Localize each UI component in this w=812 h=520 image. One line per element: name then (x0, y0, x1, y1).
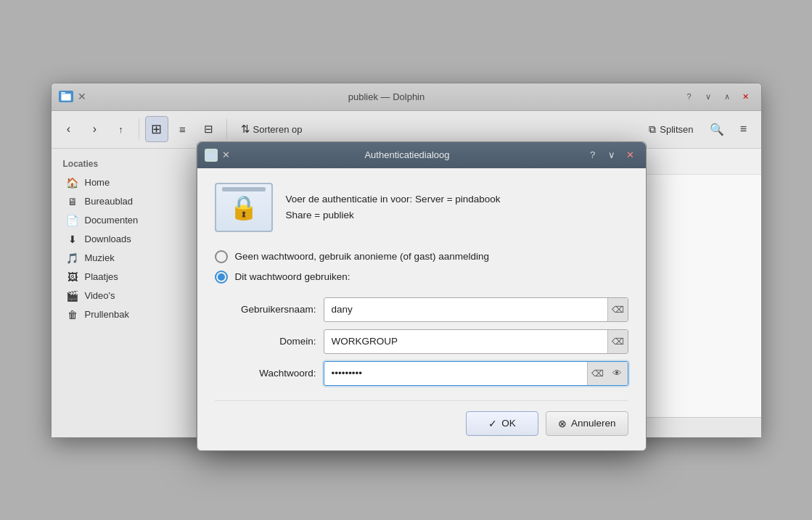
sidebar-item-label: Video's (85, 290, 115, 301)
sidebar-item-label: Home (85, 177, 110, 188)
downloads-icon: ⬇ (66, 234, 79, 245)
radio-anonymous[interactable]: Geen wachtwoord, gebruik anonieme (of ga… (215, 247, 628, 267)
sidebar-item-label: Prullenbak (85, 309, 129, 320)
domain-input[interactable] (324, 331, 607, 351)
window-title: publiek — Dolphin (92, 91, 681, 102)
toolbar-separator-2 (226, 119, 227, 139)
minimize-button[interactable]: ∨ (700, 88, 716, 104)
lock-icon: 🔒 (229, 194, 258, 221)
domain-clear-button[interactable]: ⌫ (607, 330, 628, 353)
back-button[interactable]: ‹ (57, 116, 81, 142)
radio-password[interactable]: Dit wachtwoord gebruiken: (215, 267, 628, 287)
username-input[interactable] (324, 300, 607, 319)
password-input-wrap: ⌫ 👁 (324, 361, 628, 386)
help-button[interactable]: ? (681, 88, 697, 104)
cancel-icon: ⊗ (558, 418, 567, 429)
password-toggle-visibility[interactable]: 👁 (607, 362, 628, 385)
split-button[interactable]: ⧉ Splitsen (641, 116, 701, 142)
maximize-button[interactable]: ∧ (719, 88, 735, 104)
radio-password-label: Dit wachtwoord gebruiken: (235, 271, 350, 282)
auth-options: Geen wachtwoord, gebruik anonieme (of ga… (215, 247, 628, 287)
pictures-icon: 🖼 (66, 271, 79, 283)
auth-desc-line2: Share = publiek (286, 207, 501, 223)
view-split-button[interactable]: ⊟ (197, 116, 221, 142)
username-clear-button[interactable]: ⌫ (607, 298, 628, 321)
dolphin-window: ✕ publiek — Dolphin ? ∨ ∧ ✕ ‹ › ↑ ⊞ ≡ ⊟ … (51, 83, 762, 438)
pin-icon[interactable]: ✕ (78, 91, 86, 102)
auth-pin-icon[interactable]: ✕ (222, 149, 230, 160)
toolbar-separator-1 (139, 119, 139, 139)
sidebar-item-videos[interactable]: 🎬 Video's (54, 286, 193, 305)
sidebar-section-title: Locaties (52, 156, 196, 173)
sidebar-item-label: Plaatjes (85, 271, 118, 282)
auth-dialog-title: Authenticatiedialoog (234, 149, 581, 160)
sidebar-item-music[interactable]: 🎵 Muziek (54, 249, 193, 268)
sort-label: Sorteren op (253, 124, 303, 135)
lock-icon-box: 🔒 (215, 183, 273, 232)
videos-icon: 🎬 (66, 290, 79, 302)
desktop-icon: 🖥 (66, 196, 79, 207)
sort-button[interactable]: ⇅ Sorteren op (233, 116, 311, 142)
auth-description: Voer de authenticatie in voor: Server = … (286, 191, 501, 223)
sidebar-item-home[interactable]: 🏠 Home (54, 173, 193, 192)
auth-footer: ✓ OK ⊗ Annuleren (215, 400, 628, 436)
radio-anonymous-label: Geen wachtwoord, gebruik anonieme (of ga… (235, 251, 489, 262)
cancel-button[interactable]: ⊗ Annuleren (546, 411, 628, 436)
sidebar-item-label: Downloads (85, 234, 131, 244)
view-detail-button[interactable]: ≡ (171, 116, 194, 142)
cancel-label: Annuleren (571, 418, 616, 429)
auth-help-button[interactable]: ? (585, 147, 601, 163)
close-button[interactable]: ✕ (738, 88, 754, 104)
password-input[interactable] (324, 363, 587, 383)
auth-title-bar: ✕ Authenticatiedialoog ? ∨ ✕ (197, 142, 646, 168)
forward-button[interactable]: › (83, 116, 107, 142)
form-fields: Gebruikersnaam: ⌫ Domein: ⌫ Wachtwoord: … (215, 297, 628, 386)
ok-label: OK (501, 418, 516, 429)
username-input-wrap: ⌫ (324, 297, 628, 322)
split-icon: ⧉ (649, 123, 656, 136)
sort-icon: ⇅ (241, 123, 250, 136)
split-label: Splitsen (660, 124, 693, 135)
auth-title-controls: ? ∨ ✕ (585, 147, 639, 163)
sidebar-item-trash[interactable]: 🗑 Prullenbak (54, 305, 193, 324)
documents-icon: 📄 (66, 215, 79, 226)
menu-button[interactable]: ≡ (732, 116, 755, 142)
sidebar-item-label: Muziek (85, 252, 115, 263)
password-clear-button[interactable]: ⌫ (587, 362, 607, 385)
up-button[interactable]: ↑ (110, 116, 133, 142)
sidebar: Locaties 🏠 Home 🖥 Bureaublad 📄 Documente… (52, 149, 197, 437)
auth-minimize-button[interactable]: ∨ (604, 147, 620, 163)
password-label: Wachtwoord: (215, 368, 316, 379)
app-icon (59, 91, 73, 102)
sidebar-item-documents[interactable]: 📄 Documenten (54, 211, 193, 230)
auth-body: 🔒 Voer de authenticatie in voor: Server … (197, 168, 646, 450)
ok-icon: ✓ (488, 418, 497, 429)
home-icon: 🏠 (66, 177, 79, 189)
svg-rect-4 (208, 152, 210, 154)
domain-label: Domein: (215, 336, 316, 347)
sidebar-item-label: Documenten (85, 215, 139, 226)
music-icon: 🎵 (66, 252, 79, 264)
trash-icon: 🗑 (66, 309, 79, 321)
title-bar: ✕ publiek — Dolphin ? ∨ ∧ ✕ (52, 83, 761, 111)
sidebar-item-downloads[interactable]: ⬇ Downloads (54, 230, 193, 249)
search-button[interactable]: 🔍 (705, 116, 729, 142)
sidebar-item-label: Bureaublad (85, 196, 134, 207)
view-grid-button[interactable]: ⊞ (145, 116, 168, 142)
sidebar-item-pictures[interactable]: 🖼 Plaatjes (54, 268, 193, 286)
auth-dialog: ✕ Authenticatiedialoog ? ∨ ✕ 🔒 Voer de a… (197, 141, 647, 451)
username-label: Gebruikersnaam: (215, 304, 316, 315)
radio-anonymous-circle (215, 250, 228, 263)
auth-close-button[interactable]: ✕ (623, 147, 639, 163)
radio-password-circle (215, 271, 228, 284)
domain-input-wrap: ⌫ (324, 329, 628, 354)
auth-desc-line1: Voer de authenticatie in voor: Server = … (286, 191, 501, 207)
ok-button[interactable]: ✓ OK (466, 411, 538, 436)
auth-dialog-icon (205, 149, 218, 162)
sidebar-item-desktop[interactable]: 🖥 Bureaublad (54, 192, 193, 211)
window-controls: ? ∨ ∧ ✕ (681, 88, 754, 104)
auth-header: 🔒 Voer de authenticatie in voor: Server … (215, 183, 628, 232)
